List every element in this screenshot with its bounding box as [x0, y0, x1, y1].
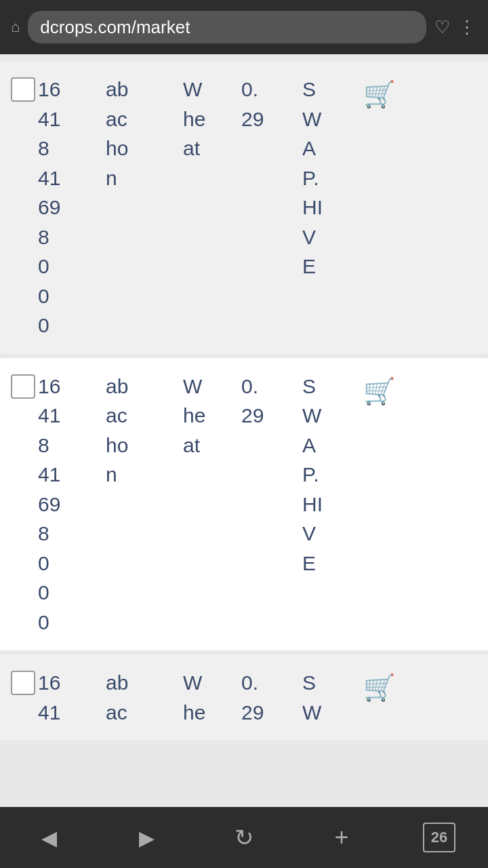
market-row: 16 41 ab ac W he 0. 29 S W 🛒 [0, 654, 488, 741]
reload-icon: ↻ [235, 824, 253, 851]
row-status-1: S W A P. HI V E [296, 75, 357, 281]
row-action-1: 🛒 [357, 75, 477, 113]
add-to-cart-button-2[interactable]: 🛒 [363, 373, 395, 410]
row-name-3: ab ac [99, 668, 174, 727]
browser-chrome: ⌂ dcrops.com/market ♡ ⋮ [0, 0, 488, 54]
url-text: dcrops.com/market [40, 17, 190, 38]
new-tab-button[interactable]: + [314, 817, 369, 858]
add-to-cart-button-1[interactable]: 🛒 [363, 76, 395, 113]
tab-switcher-button[interactable]: 26 [412, 817, 466, 858]
back-icon: ◀ [41, 826, 57, 850]
row-price-1: 0. 29 [235, 75, 296, 134]
row-type-3: W he [174, 668, 235, 727]
row-id-1: 16 41 8 41 69 8 0 0 0 [38, 75, 99, 340]
row-id-3: 16 41 [38, 668, 99, 727]
add-to-cart-button-3[interactable]: 🛒 [363, 669, 395, 707]
row-price-3: 0. 29 [235, 668, 296, 727]
row-type-1: W he at [174, 75, 235, 163]
page-content: 16 41 8 41 69 8 0 0 0 ab ac ho n W he at… [0, 54, 488, 807]
plus-icon: + [334, 823, 348, 852]
forward-icon: ▶ [139, 826, 155, 850]
row-action-3: 🛒 [357, 668, 477, 707]
row-action-2: 🛒 [357, 372, 477, 410]
forward-button[interactable]: ▶ [119, 817, 174, 858]
row-name-2: ab ac ho n [99, 372, 174, 490]
row-status-3: S W [296, 668, 357, 727]
row-checkbox-1[interactable] [11, 77, 35, 102]
browser-nav: ◀ ▶ ↻ + 26 [0, 807, 488, 868]
row-id-2: 16 41 8 41 69 8 0 0 0 [38, 372, 99, 637]
row-status-2: S W A P. HI V E [296, 372, 357, 578]
reload-button[interactable]: ↻ [217, 817, 271, 858]
market-row: 16 41 8 41 69 8 0 0 0 ab ac ho n W he at… [0, 358, 488, 651]
tab-count: 26 [423, 823, 455, 852]
row-name-1: ab ac ho n [99, 75, 174, 193]
row-price-2: 0. 29 [235, 372, 296, 431]
row-checkbox-3[interactable] [11, 671, 35, 695]
market-row: 16 41 8 41 69 8 0 0 0 ab ac ho n W he at… [0, 61, 488, 354]
address-bar[interactable]: dcrops.com/market [28, 11, 426, 43]
row-checkbox-2[interactable] [11, 374, 35, 399]
home-icon[interactable]: ⌂ [11, 18, 20, 36]
back-button[interactable]: ◀ [22, 817, 76, 858]
row-type-2: W he at [174, 372, 235, 460]
heart-icon[interactable]: ♡ [434, 17, 450, 38]
menu-icon[interactable]: ⋮ [458, 17, 477, 38]
